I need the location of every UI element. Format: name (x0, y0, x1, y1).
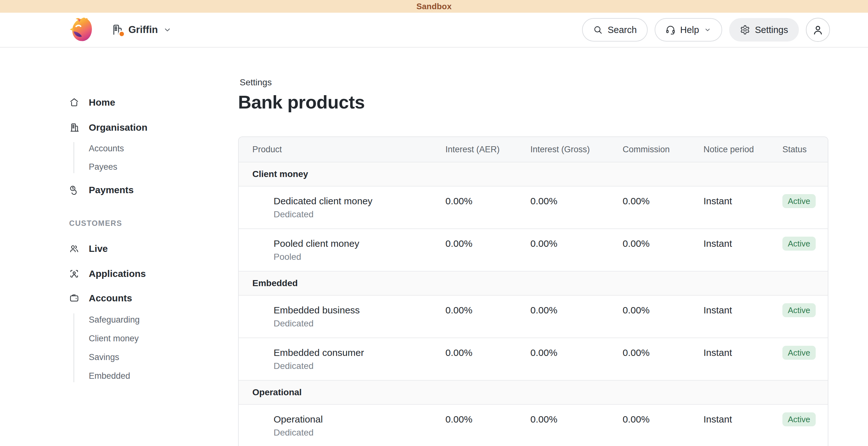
accounts-subnav: Safeguarding Client money Savings Embedd… (73, 314, 170, 382)
interest-gross-value: 0.00% (530, 186, 623, 228)
sidebar-item-label: Applications (89, 268, 146, 279)
interest-gross-value: 0.00% (530, 296, 623, 337)
settings-button-label: Settings (755, 25, 788, 35)
notice-period-value: Instant (704, 186, 782, 228)
scan-person-icon (69, 269, 79, 279)
commission-value: 0.00% (623, 229, 704, 271)
headset-icon (665, 25, 676, 35)
org-name: Griffin (128, 24, 158, 35)
status-badge: Active (782, 412, 816, 426)
product-subtitle: Dedicated (274, 427, 445, 439)
status-badge: Active (782, 346, 816, 360)
interest-gross-value: 0.00% (530, 338, 623, 380)
coins-icon (69, 185, 79, 195)
building-icon (69, 122, 79, 132)
status-badge: Active (782, 303, 816, 317)
notice-period-value: Instant (704, 296, 782, 337)
page-title: Bank products (238, 92, 868, 113)
sidebar-item-client-money[interactable]: Client money (89, 332, 170, 345)
product-subtitle: Dedicated (274, 360, 445, 372)
sidebar-item-live[interactable]: Live (69, 242, 170, 256)
table-group-operational: Operational (239, 380, 828, 404)
notice-period-value: Instant (704, 229, 782, 271)
notice-period-value: Instant (704, 405, 782, 446)
interest-gross-value: 0.00% (530, 229, 623, 271)
environment-banner-label: Sandbox (416, 2, 452, 11)
status-badge: Active (782, 237, 816, 250)
product-subtitle: Pooled (274, 251, 445, 263)
interest-aer-value: 0.00% (445, 296, 530, 337)
search-button[interactable]: Search (582, 18, 648, 41)
sidebar: Home Organisation Accounts Payees (0, 48, 170, 382)
sidebar-item-org-payees[interactable]: Payees (89, 160, 170, 173)
table-row[interactable]: Operational Dedicated 0.00% 0.00% 0.00% … (239, 404, 828, 446)
column-header-status: Status (782, 145, 813, 154)
table-group-embedded: Embedded (239, 271, 828, 295)
sidebar-item-applications[interactable]: Applications (69, 267, 170, 281)
main-content: Settings Bank products Product Interest … (170, 48, 868, 446)
product-name: Pooled client money (274, 237, 445, 250)
search-icon (593, 25, 603, 35)
column-header-commission: Commission (623, 145, 704, 154)
sidebar-item-safeguarding[interactable]: Safeguarding (89, 314, 170, 326)
status-badge: Active (782, 194, 816, 208)
sidebar-item-savings[interactable]: Savings (89, 351, 170, 363)
column-header-notice-period: Notice period (704, 145, 782, 154)
users-icon (69, 244, 79, 254)
user-avatar-button[interactable] (806, 18, 830, 42)
product-subtitle: Dedicated (274, 318, 445, 330)
chevron-down-icon (163, 25, 172, 34)
column-header-interest-gross: Interest (Gross) (530, 145, 623, 154)
product-name: Dedicated client money (274, 195, 445, 207)
person-icon (812, 24, 824, 36)
table-row[interactable]: Dedicated client money Dedicated 0.00% 0… (239, 186, 828, 228)
table-row[interactable]: Embedded business Dedicated 0.00% 0.00% … (239, 295, 828, 337)
table-header-row: Product Interest (AER) Interest (Gross) … (239, 137, 828, 162)
commission-value: 0.00% (623, 338, 704, 380)
interest-aer-value: 0.00% (445, 229, 530, 271)
sidebar-item-label: Home (89, 97, 115, 108)
organisation-building-icon (111, 24, 123, 36)
table-group-client-money: Client money (239, 162, 828, 186)
organisation-subnav: Accounts Payees (73, 142, 170, 173)
table-row[interactable]: Pooled client money Pooled 0.00% 0.00% 0… (239, 228, 828, 271)
sidebar-item-accounts[interactable]: Accounts (69, 291, 170, 305)
interest-aer-value: 0.00% (445, 405, 530, 446)
help-button-label: Help (680, 25, 699, 35)
org-status-dot (118, 30, 125, 37)
sidebar-item-payments[interactable]: Payments (69, 183, 170, 197)
search-button-label: Search (608, 25, 637, 35)
notice-period-value: Instant (704, 338, 782, 380)
app-header: Griffin Search Help (0, 13, 868, 48)
sidebar-item-label: Accounts (89, 293, 132, 304)
help-button[interactable]: Help (655, 18, 722, 41)
commission-value: 0.00% (623, 405, 704, 446)
sidebar-item-organisation[interactable]: Organisation (69, 121, 170, 135)
org-switcher[interactable]: Griffin (111, 24, 172, 36)
sidebar-section-customers: CUSTOMERS (69, 219, 170, 228)
sidebar-item-label: Organisation (89, 122, 147, 133)
interest-gross-value: 0.00% (530, 405, 623, 446)
home-icon (69, 97, 79, 108)
interest-aer-value: 0.00% (445, 186, 530, 228)
sidebar-item-label: Payments (89, 185, 134, 196)
settings-button[interactable]: Settings (729, 18, 799, 41)
bank-products-table: Product Interest (AER) Interest (Gross) … (238, 137, 828, 446)
column-header-interest-aer: Interest (AER) (445, 145, 530, 154)
environment-banner: Sandbox (0, 0, 868, 13)
sidebar-item-org-accounts[interactable]: Accounts (89, 142, 170, 155)
commission-value: 0.00% (623, 186, 704, 228)
table-row[interactable]: Embedded consumer Dedicated 0.00% 0.00% … (239, 337, 828, 380)
wallet-icon (69, 293, 79, 303)
sidebar-item-label: Live (89, 243, 108, 254)
product-name: Embedded business (274, 304, 445, 317)
commission-value: 0.00% (623, 296, 704, 337)
griffin-logo (68, 17, 95, 43)
product-name: Embedded consumer (274, 347, 445, 359)
breadcrumb[interactable]: Settings (240, 77, 868, 88)
chevron-down-icon (704, 26, 711, 34)
product-subtitle: Dedicated (274, 208, 445, 220)
sidebar-item-embedded[interactable]: Embedded (89, 369, 170, 382)
gear-icon (740, 25, 750, 35)
sidebar-item-home[interactable]: Home (69, 95, 170, 110)
